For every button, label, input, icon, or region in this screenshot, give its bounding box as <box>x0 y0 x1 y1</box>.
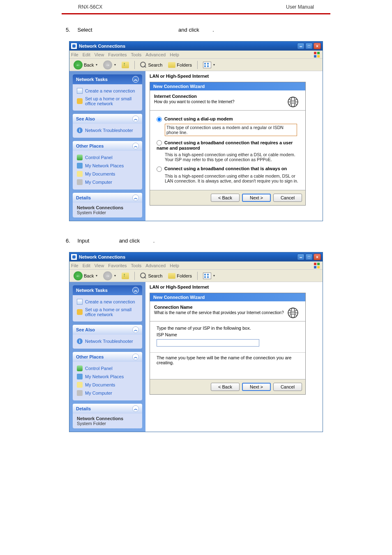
collapse-icon[interactable]: ︽ <box>132 143 139 149</box>
views-button[interactable]: ▾ <box>201 60 217 69</box>
forward-button[interactable]: →▾ <box>101 271 118 280</box>
search-button[interactable]: Search <box>138 60 164 69</box>
menu-tools[interactable]: Tools <box>131 263 142 268</box>
maximize-button[interactable]: □ <box>305 254 313 260</box>
network-places-icon <box>77 374 83 379</box>
panel-header[interactable]: Other Places ︽ <box>73 352 142 362</box>
control-panel-icon <box>77 155 83 160</box>
radio-broadband-auth[interactable]: Connect using a broadband connection tha… <box>157 139 299 152</box>
svg-rect-7 <box>314 263 316 265</box>
menu-advanced[interactable]: Advanced <box>145 263 166 268</box>
cancel-button[interactable]: Cancel <box>273 383 302 391</box>
isp-name-label: ISP Name <box>157 332 299 337</box>
menu-favorites[interactable]: Favorites <box>108 263 127 268</box>
cancel-button[interactable]: Cancel <box>273 194 302 202</box>
back-button[interactable]: ← Back▾ <box>72 60 99 69</box>
menu-advanced[interactable]: Advanced <box>145 52 166 57</box>
minimize-button[interactable]: ‒ <box>297 254 304 260</box>
task-create-connection[interactable]: Create a new connection <box>77 298 138 306</box>
next-button[interactable]: Next > <box>242 194 271 202</box>
task-create-connection[interactable]: Create a new connection <box>77 87 138 95</box>
panel-header[interactable]: Network Tasks ︽ <box>73 285 142 295</box>
wizard-icon <box>77 88 83 94</box>
menu-help[interactable]: Help <box>170 263 179 268</box>
collapse-icon[interactable]: ︽ <box>132 194 139 201</box>
panel-header[interactable]: Details ︽ <box>73 404 142 414</box>
maximize-button[interactable]: □ <box>305 43 313 49</box>
wizard-globe-icon <box>285 94 301 110</box>
collapse-icon[interactable]: ︽ <box>132 116 139 122</box>
link-control-panel[interactable]: Control Panel <box>77 364 138 372</box>
radio-broadband-always[interactable]: Connect using a broadband connection tha… <box>157 164 299 173</box>
menu-edit[interactable]: Edit <box>83 52 90 57</box>
views-button[interactable]: ▾ <box>201 271 217 280</box>
folders-button[interactable]: Folders <box>166 60 194 69</box>
other-places-panel: Other Places ︽ Control Panel My Network … <box>73 141 142 190</box>
collapse-icon[interactable]: ︽ <box>132 76 139 83</box>
windows-flag-icon <box>313 261 321 270</box>
radio-broadband-auth-input[interactable] <box>157 140 162 146</box>
back-button[interactable]: ← Back▾ <box>72 271 99 280</box>
menu-help[interactable]: Help <box>170 52 179 57</box>
back-button[interactable]: < Back <box>211 194 240 202</box>
link-my-computer[interactable]: My Computer <box>77 389 138 397</box>
menu-view[interactable]: View <box>95 263 104 268</box>
collapse-icon[interactable]: ︽ <box>132 354 139 360</box>
forward-button[interactable]: →▾ <box>101 60 118 69</box>
panel-header[interactable]: Other Places ︽ <box>73 141 142 151</box>
wizard-titlebar: New Connection Wizard <box>150 293 305 301</box>
panel-header[interactable]: See Also ︽ <box>73 325 142 335</box>
menu-view[interactable]: View <box>95 52 104 57</box>
task-setup-network[interactable]: Set up a home or small office network <box>77 95 138 107</box>
svg-rect-1 <box>317 52 320 54</box>
close-button[interactable]: × <box>314 43 321 49</box>
link-troubleshooter[interactable]: iNetwork Troubleshooter <box>77 126 138 134</box>
radio-dialup-input[interactable] <box>157 117 162 122</box>
wizard-globe-icon <box>285 305 301 321</box>
collapse-icon[interactable]: ︽ <box>132 287 139 294</box>
task-setup-network[interactable]: Set up a home or small office network <box>77 306 138 318</box>
close-button[interactable]: × <box>314 254 321 260</box>
link-network-places[interactable]: My Network Places <box>77 372 138 381</box>
link-troubleshooter[interactable]: iNetwork Troubleshooter <box>77 337 138 345</box>
link-my-documents[interactable]: My Documents <box>77 381 138 389</box>
titlebar[interactable]: Network Connections ‒ □ × <box>69 252 323 261</box>
collapse-icon[interactable]: ︽ <box>132 405 139 412</box>
panel-header[interactable]: Network Tasks ︽ <box>73 74 142 84</box>
folders-button[interactable]: Folders <box>166 271 194 280</box>
info-icon: i <box>77 127 83 133</box>
folder-up-icon <box>122 62 129 68</box>
isp-name-input[interactable] <box>157 339 259 347</box>
folders-icon <box>168 62 175 68</box>
collapse-icon[interactable]: ︽ <box>132 326 139 333</box>
menu-file[interactable]: File <box>71 263 78 268</box>
svg-rect-10 <box>317 266 320 268</box>
computer-icon <box>77 390 83 396</box>
window-title: Network Connections <box>79 44 297 49</box>
back-arrow-icon: ← <box>74 60 83 69</box>
link-network-places[interactable]: My Network Places <box>77 162 138 170</box>
titlebar[interactable]: Network Connections ‒ □ × <box>69 42 323 51</box>
menu-favorites[interactable]: Favorites <box>108 52 127 57</box>
menu-tools[interactable]: Tools <box>131 52 142 57</box>
link-my-documents[interactable]: My Documents <box>77 170 138 178</box>
up-button[interactable] <box>120 271 131 280</box>
menu-file[interactable]: File <box>71 52 78 57</box>
wizard-subtitle: Connection Name <box>154 305 285 310</box>
home-network-icon <box>77 309 83 315</box>
radio-broadband-always-input[interactable] <box>157 166 162 172</box>
panel-header[interactable]: See Also ︽ <box>73 114 142 124</box>
radio-dialup[interactable]: Connect using a dial-up modem <box>157 115 299 123</box>
link-control-panel[interactable]: Control Panel <box>77 153 138 162</box>
header-right: User Manual <box>286 4 314 10</box>
menu-edit[interactable]: Edit <box>83 263 90 268</box>
menubar: File Edit View Favorites Tools Advanced … <box>69 51 323 59</box>
minimize-button[interactable]: ‒ <box>297 43 304 49</box>
up-button[interactable] <box>120 60 131 69</box>
next-button[interactable]: Next > <box>242 383 271 391</box>
toolbar-separator <box>197 272 198 280</box>
link-my-computer[interactable]: My Computer <box>77 178 138 186</box>
search-button[interactable]: Search <box>138 271 164 280</box>
panel-header[interactable]: Details ︽ <box>73 193 142 203</box>
back-button[interactable]: < Back <box>211 383 240 391</box>
